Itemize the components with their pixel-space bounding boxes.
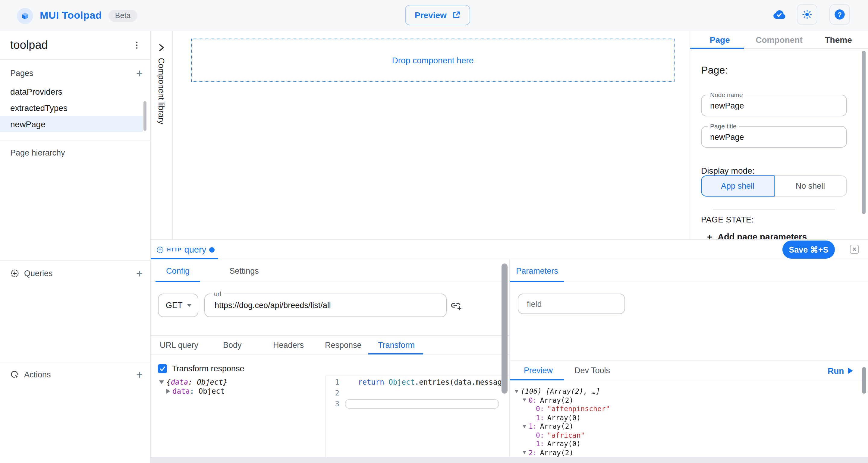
tab-parameters[interactable]: Parameters <box>510 259 564 282</box>
schema-child-row[interactable]: data: Object <box>159 387 227 396</box>
output-string: "african" <box>547 431 585 439</box>
output-row[interactable]: 1: Array(0) <box>510 439 868 448</box>
sidebar-item-extractedtypes[interactable]: extractedTypes <box>0 99 143 116</box>
inspector-panel: Page Component Theme Page: Node name Pag… <box>690 31 868 239</box>
tab-page[interactable]: Page <box>690 31 749 48</box>
tab-page-label: Page <box>710 35 730 44</box>
output-key: 0: <box>529 396 537 404</box>
queries-icon <box>10 269 19 278</box>
line-number: 2 <box>326 389 339 397</box>
add-page-parameters-label: Add page parameters <box>718 232 807 239</box>
sidebar-item-dataproviders[interactable]: dataProviders <box>0 83 143 99</box>
project-menu-kebab-icon[interactable] <box>132 40 142 50</box>
unsaved-changes-dot <box>209 247 215 252</box>
tab-config[interactable]: Config <box>156 259 200 282</box>
tab-component[interactable]: Component <box>749 31 809 48</box>
tab-response[interactable]: Response <box>325 336 362 354</box>
component-drop-zone[interactable]: Drop component here <box>191 38 675 82</box>
tab-transform[interactable]: Transform <box>378 336 415 354</box>
tab-theme[interactable]: Theme <box>809 31 868 48</box>
results-scrollbar-thumb[interactable] <box>862 367 866 394</box>
top-bar: MUI Toolpad Beta Preview <box>0 0 868 31</box>
active-result-tab-indicator <box>510 379 564 380</box>
output-value: Array(2) <box>540 422 574 431</box>
parameter-field-input[interactable] <box>518 294 624 313</box>
active-tab-indicator <box>690 48 744 49</box>
actions-section-header: Actions + <box>0 367 150 382</box>
output-row[interactable]: 0: "african" <box>510 431 868 439</box>
config-scrollbar-thumb[interactable] <box>501 264 507 394</box>
triangle-down-icon <box>523 451 526 454</box>
close-panel-button[interactable]: × <box>850 245 859 254</box>
transform-response-checkbox[interactable] <box>158 364 167 373</box>
run-button[interactable]: Run <box>824 361 857 380</box>
tab-settings[interactable]: Settings <box>218 259 270 282</box>
url-input[interactable] <box>205 294 446 316</box>
add-query-button[interactable]: + <box>136 267 143 279</box>
code-keyword: return <box>358 378 384 387</box>
pages-section-label: Pages <box>10 68 33 78</box>
output-value: Array(0) <box>547 413 581 422</box>
divider <box>0 362 151 362</box>
chevron-down-icon <box>187 304 192 307</box>
add-binding-link-icon[interactable] <box>450 299 462 312</box>
schema-key: data <box>173 387 190 395</box>
divider <box>713 209 835 210</box>
output-row[interactable]: 1: Array(2) <box>510 422 868 431</box>
preview-button[interactable]: Preview <box>405 5 470 25</box>
page-title-input[interactable] <box>702 127 846 147</box>
mui-logo-icon <box>17 7 33 24</box>
toggle-no-shell-label: No shell <box>796 182 825 190</box>
toggle-no-shell[interactable]: No shell <box>774 176 847 196</box>
line-number: 1 <box>326 378 339 387</box>
parameters-tabs: Parameters <box>510 259 868 282</box>
add-action-button[interactable]: + <box>136 369 143 380</box>
tab-headers[interactable]: Headers <box>273 336 304 354</box>
output-value: Array(2) <box>540 449 574 457</box>
page-hierarchy-row: Page hierarchy <box>0 145 150 160</box>
explorer-sidebar: toolpad Pages + dataProviders extractedT… <box>0 31 151 463</box>
component-library-drawer[interactable]: Component library <box>151 31 173 239</box>
output-key: 2: <box>529 449 537 457</box>
url-field: url <box>204 294 447 317</box>
output-summary: (106) [Array(2), …] <box>521 387 600 396</box>
schema-root-row[interactable]: {data: Object} <box>159 377 227 387</box>
output-row[interactable]: 0: "affenpinscher" <box>510 404 868 413</box>
output-value: Array(0) <box>547 440 581 448</box>
transform-response-label: Transform response <box>172 364 244 373</box>
url-label: url <box>212 290 223 297</box>
add-page-parameters-button[interactable]: + Add page parameters <box>707 232 807 239</box>
output-row[interactable]: 1: Array(0) <box>510 413 868 422</box>
brace: { <box>166 378 170 386</box>
add-page-button[interactable]: + <box>136 67 143 79</box>
tab-preview[interactable]: Preview <box>524 361 553 380</box>
tab-dev-tools[interactable]: Dev Tools <box>575 361 610 380</box>
editor-placeholder-box <box>345 399 499 409</box>
code-class: Object <box>389 378 415 387</box>
schema-key: data <box>170 378 188 386</box>
tab-body-label: Body <box>223 340 242 349</box>
query-type-icon <box>156 246 164 253</box>
page-item-label: extractedTypes <box>10 103 67 113</box>
output-row[interactable]: 0: Array(2) <box>510 396 868 404</box>
tab-url-query[interactable]: URL query <box>160 336 198 354</box>
transform-code-editor[interactable]: 1 return Object.entries(data.messag 2 3 <box>326 376 509 463</box>
help-button[interactable]: ? <box>830 4 850 25</box>
output-row[interactable]: (106) [Array(2), …] <box>510 387 868 396</box>
output-row[interactable]: 2: Array(2) <box>510 448 868 457</box>
inspector-scrollbar-thumb[interactable] <box>862 51 866 214</box>
active-config-tab-indicator <box>156 281 200 282</box>
toggle-app-shell[interactable]: App shell <box>701 176 774 196</box>
save-button[interactable]: Save ⌘+S <box>782 241 835 259</box>
pages-scrollbar-thumb[interactable] <box>144 101 147 131</box>
node-name-input[interactable] <box>702 95 846 116</box>
tab-body[interactable]: Body <box>223 336 242 354</box>
schema-type: : Object <box>190 387 225 395</box>
http-method-value: GET <box>166 301 183 310</box>
svg-text:?: ? <box>838 11 841 19</box>
theme-toggle-button[interactable] <box>797 4 817 25</box>
http-method-select[interactable]: GET <box>158 294 198 317</box>
tab-http-query[interactable]: HTTP query <box>151 240 218 259</box>
sidebar-item-newpage-selected[interactable]: newPage <box>0 116 143 132</box>
page-canvas: Component library Drop component here <box>151 31 690 239</box>
